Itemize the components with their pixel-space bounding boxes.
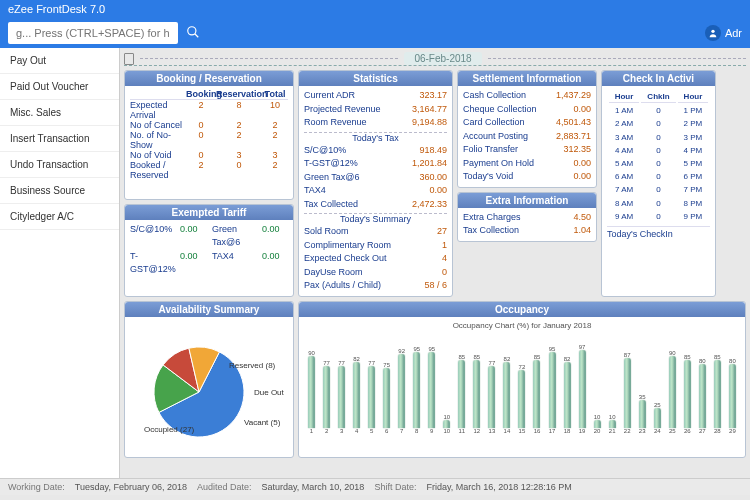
status-value: Friday, March 16, 2018 12:28:16 PM (426, 482, 571, 492)
user-label: Adr (725, 27, 742, 39)
bar-column: 8511 (455, 354, 468, 434)
kv-row: Complimentary Room1 (304, 239, 447, 253)
col-header: Reservation (216, 89, 262, 99)
kv-row: S/C@10%0.00Green Tax@60.00 (130, 223, 288, 250)
panel-booking: Booking / Reservation Booking Reservatio… (124, 70, 294, 200)
bar-column: 824 (350, 356, 363, 434)
kv-row: Green Tax@6360.00 (304, 171, 447, 185)
bar-column: 8516 (530, 354, 543, 434)
kv-row: Card Collection4,501.43 (463, 116, 591, 130)
sidebar-item[interactable]: Pay Out (0, 48, 119, 74)
kv-row: Current ADR323.17 (304, 89, 447, 103)
col-header: Total (262, 89, 288, 99)
panel-occupancy: Occupancy Occupancy Chart (%) for Januar… (298, 301, 746, 458)
search-input[interactable] (8, 22, 178, 44)
table-row: 7 AM07 PM (609, 184, 708, 195)
kv-row: DayUse Room0 (304, 266, 447, 280)
pie-label: Vacant (5) (244, 418, 281, 427)
bar-column: 9719 (576, 344, 589, 434)
user-menu[interactable]: Adr (705, 25, 742, 41)
kv-row: Projected Revenue3,164.77 (304, 103, 447, 117)
panel-title: Check In Activi (602, 71, 715, 86)
sidebar-item[interactable]: Undo Transaction (0, 152, 119, 178)
bar-column: 3523 (636, 394, 649, 434)
bar-column: 772 (320, 360, 333, 434)
table-row: 9 AM09 PM (609, 211, 708, 222)
bar-column: 775 (365, 360, 378, 434)
bar-column: 7215 (515, 364, 528, 434)
pie-label: Occupied (27) (144, 425, 195, 434)
checkin-footer-label[interactable]: Today's CheckIn (607, 229, 673, 239)
panel-extra: Extra Information Extra Charges4.50Tax C… (457, 192, 597, 242)
bar-column: 8214 (500, 356, 513, 434)
sidebar-item[interactable]: Business Source (0, 178, 119, 204)
main-toolbar: Adr (0, 18, 750, 48)
bar-column: 8528 (711, 354, 724, 434)
pie-label: Due Out (5) (254, 388, 284, 397)
availability-pie-chart: Occupied (27)Reserved (8)Due Out (5)Vaca… (134, 322, 284, 452)
table-row: Expected Arrival2810 (130, 100, 288, 120)
panel-exempted: Exempted Tariff S/C@10%0.00Green Tax@60.… (124, 204, 294, 297)
bar-column: 8722 (621, 352, 634, 434)
occupancy-bar-chart: 9017727738247757569279589591010851185127… (305, 334, 739, 434)
bar-column: 9025 (666, 350, 679, 434)
bar-column: 773 (335, 360, 348, 434)
table-row: 4 AM04 PM (609, 145, 708, 156)
panel-title: Settlement Information (458, 71, 596, 86)
kv-row: Extra Charges4.50 (463, 211, 591, 225)
bar-column: 8526 (681, 354, 694, 434)
pie-label: Reserved (8) (229, 361, 276, 370)
status-value: Tuesday, February 06, 2018 (75, 482, 187, 492)
kv-row: Sold Room27 (304, 225, 447, 239)
kv-row: S/C@10%918.49 (304, 144, 447, 158)
kv-row: T-GST@12%1,201.84 (304, 157, 447, 171)
kv-row: Expected Check Out4 (304, 252, 447, 266)
table-row: 5 AM05 PM (609, 158, 708, 169)
bar-column: 927 (395, 348, 408, 434)
table-row: No. of No-Show022 (130, 130, 288, 150)
svg-point-0 (188, 26, 196, 34)
status-label: Audited Date: (197, 482, 252, 492)
panel-title: Booking / Reservation (125, 71, 293, 86)
table-row: No of Cancel022 (130, 120, 288, 130)
status-value: Saturday, March 10, 2018 (261, 482, 364, 492)
bar-column: 1010 (440, 414, 453, 434)
kv-row: Folio Transfer312.35 (463, 143, 591, 157)
bar-column: 8512 (470, 354, 483, 434)
kv-row: TAX40.00 (304, 184, 447, 198)
sidebar-item[interactable]: Misc. Sales (0, 100, 119, 126)
kv-row: Tax Collection1.04 (463, 224, 591, 238)
panel-title: Occupancy (299, 302, 745, 317)
panel-settlement: Settlement Information Cash Collection1,… (457, 70, 597, 188)
sidebar-item[interactable]: Cityledger A/C (0, 204, 119, 230)
bar-column: 9517 (546, 346, 559, 434)
date-bar: 06-Feb-2018 (124, 52, 746, 66)
bar-column: 756 (380, 362, 393, 434)
occupancy-subtitle: Occupancy Chart (%) for January 2018 (305, 321, 739, 330)
working-date-chip: 06-Feb-2018 (404, 52, 481, 65)
bar-column: 1020 (591, 414, 604, 434)
status-bar: Working Date: Tuesday, February 06, 2018… (0, 478, 750, 495)
sidebar-item[interactable]: Insert Transaction (0, 126, 119, 152)
panel-statistics: Statistics Current ADR323.17Projected Re… (298, 70, 453, 297)
kv-row: Today's Void0.00 (463, 170, 591, 184)
dashboard: 06-Feb-2018 Booking / Reservation Bookin… (120, 48, 750, 478)
status-label: Working Date: (8, 482, 65, 492)
sub-header: Today's Tax (304, 132, 447, 143)
kv-row: Tax Collected2,472.33 (304, 198, 447, 212)
search-icon[interactable] (184, 23, 202, 44)
document-icon[interactable] (124, 53, 134, 65)
table-row: 3 AM03 PM (609, 132, 708, 143)
col-header: Booking (186, 89, 216, 99)
kv-row: Account Posting2,883.71 (463, 130, 591, 144)
table-row: 2 AM02 PM (609, 118, 708, 129)
panel-title: Extra Information (458, 193, 596, 208)
sidebar-item[interactable]: Paid Out Voucher (0, 74, 119, 100)
panel-availability: Availability Summary Occupied (27)Reserv… (124, 301, 294, 458)
bar-column: 901 (305, 350, 318, 434)
sub-header: Today's Summary (304, 213, 447, 224)
bar-column: 2524 (651, 402, 664, 434)
table-row: Booked / Reserved202 (130, 160, 288, 180)
panel-title: Exempted Tariff (125, 205, 293, 220)
sidebar: Pay OutPaid Out VoucherMisc. SalesInsert… (0, 48, 120, 478)
